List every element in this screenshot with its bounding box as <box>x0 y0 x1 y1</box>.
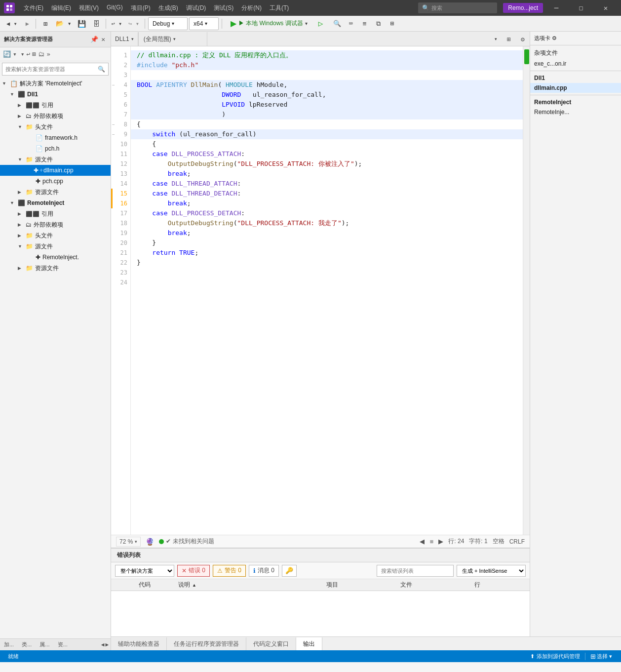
bottom-tab-accessibility[interactable]: 辅助功能检查器 <box>111 637 167 650</box>
bottom-tab-tasks[interactable]: 任务运行程序资源管理器 <box>167 637 246 650</box>
sidebar-bottom-tab1[interactable]: 加... <box>0 641 18 648</box>
tab-nav-dropdown2[interactable]: ▾ <box>207 32 502 46</box>
tab-icon-split[interactable]: ⊞ <box>502 32 516 46</box>
zoom-control[interactable]: 72 % ▾ <box>116 537 141 547</box>
sidebar-search[interactable]: 🔍 <box>2 63 109 76</box>
menu-analyze[interactable]: 分析(N) <box>237 1 266 15</box>
nav-left[interactable]: ◀ <box>420 538 425 545</box>
code-content[interactable]: // dllmain.cpp : 定义 DLL 应用程序的入口点。 #inclu… <box>131 46 523 535</box>
title-search[interactable]: 🔍 搜索 <box>418 2 497 13</box>
sidebar-scroll-right[interactable]: ▶ <box>105 641 109 648</box>
run-debugger-btn[interactable]: ▶ ▶ 本地 Windows 调试器 ▾ <box>225 17 313 30</box>
tree-extern2[interactable]: ▶ 🗂 外部依赖项 <box>0 219 111 230</box>
sidebar-bottom-tab3[interactable]: 属... <box>36 641 53 648</box>
open-btn[interactable]: 📂 ▾ <box>53 17 74 30</box>
error-filter-dropdown[interactable]: 整个解决方案 <box>115 565 174 577</box>
magic-icon[interactable]: 🔮 <box>146 538 154 546</box>
bottom-tab-codedef[interactable]: 代码定义窗口 <box>246 637 296 650</box>
sidebar-search-input[interactable] <box>5 66 96 72</box>
tree-remote-inject[interactable]: ▼ ⬛ RemoteInject <box>0 198 111 208</box>
col-project[interactable]: 项目 <box>322 581 396 589</box>
undo-btn[interactable]: ↩ ▾ <box>109 17 125 30</box>
tree-sources2[interactable]: ▼ 📁 源文件 <box>0 241 111 252</box>
tree-res2[interactable]: ▶ 📁 资源文件 <box>0 263 111 274</box>
right-panel-dllmain[interactable]: dllmain.cpp <box>530 83 621 93</box>
extra-btn1[interactable]: ⌨ <box>345 17 357 30</box>
bottom-tab-output[interactable]: 输出 <box>296 637 322 650</box>
window-maximize[interactable]: □ <box>570 0 592 16</box>
tree-extern1[interactable]: ▶ 🗂 外部依赖项 <box>0 111 111 121</box>
debug-config-dropdown[interactable]: Debug▾ <box>148 17 188 30</box>
error-search-input[interactable] <box>377 565 454 577</box>
menu-file[interactable]: 文件(E) <box>20 1 47 15</box>
tree-framework-h[interactable]: 📄 framework.h <box>0 132 111 143</box>
sidebar-tool-btn5[interactable]: 🗂 <box>38 50 44 58</box>
tree-ref2[interactable]: ▶ ⬛⬛ 引用 <box>0 208 111 219</box>
col-line[interactable]: 行 <box>470 581 500 589</box>
nav-center-dot[interactable]: ■ <box>429 538 433 545</box>
nav-right[interactable]: ▶ <box>438 538 443 545</box>
sidebar-bottom-tab2[interactable]: 类... <box>18 641 36 648</box>
back-btn[interactable]: ◀ ▾ <box>3 17 21 30</box>
sidebar-close-btn[interactable]: ✕ <box>100 36 107 43</box>
vertical-scrollbar[interactable] <box>523 46 530 535</box>
window-close[interactable]: ✕ <box>594 0 617 16</box>
sidebar-bottom-tab4[interactable]: 资... <box>54 641 72 648</box>
sidebar-tool-btn2[interactable]: ▾ ▾ <box>13 50 24 58</box>
tree-sources1[interactable]: ▼ 📁 源文件 <box>0 154 111 165</box>
sidebar-scroll-left[interactable]: ◀ <box>101 641 105 648</box>
extra-btn2[interactable]: ≡ <box>358 17 371 30</box>
tree-pch-h[interactable]: 📄 pch.h <box>0 143 111 154</box>
menu-edit[interactable]: 编辑(E) <box>47 1 75 15</box>
menu-tools[interactable]: 工具(T) <box>266 1 293 15</box>
filter-icon-btn[interactable]: 🔑 <box>282 565 297 577</box>
sidebar-tool-btn3[interactable]: ↩ <box>26 50 30 58</box>
tree-res1[interactable]: ▶ 📁 资源文件 <box>0 187 111 198</box>
window-minimize[interactable]: ─ <box>545 0 568 16</box>
new-file-btn[interactable]: ⊞ <box>39 17 52 30</box>
menu-test[interactable]: 测试(S) <box>210 1 237 15</box>
menu-build[interactable]: 生成(B) <box>155 1 182 15</box>
tab-icon-settings[interactable]: ⚙ <box>516 32 530 46</box>
line-num-15: 15 <box>111 189 130 198</box>
platform-dropdown[interactable]: x64▾ <box>189 17 219 30</box>
forward-btn[interactable]: ▶ <box>22 17 33 30</box>
tree-pch-cpp[interactable]: ✚ pch.cpp <box>0 176 111 187</box>
sidebar-tool-btn4[interactable]: ⊞ <box>32 50 36 58</box>
extra-btn4[interactable]: ⊞ <box>386 17 399 30</box>
sidebar-pin-btn[interactable]: 📌 <box>89 36 100 43</box>
tree-ref1[interactable]: ▶ ⬛⬛ 引用 <box>0 100 111 111</box>
right-panel-exe[interactable]: exe_c...on.ir <box>530 59 621 69</box>
status-add-source[interactable]: ⬆ 添加到源代码管理 <box>525 653 585 660</box>
col-code[interactable]: 代码 <box>135 581 174 589</box>
menu-git[interactable]: Git(G) <box>103 1 127 15</box>
warnings-button[interactable]: ⚠ 警告 0 <box>213 565 246 577</box>
save-btn[interactable]: 💾 <box>76 17 88 30</box>
errors-button[interactable]: ✕ 错误 0 <box>177 565 210 577</box>
find-btn[interactable]: 🔍 <box>331 17 344 30</box>
status-select[interactable]: ⊞ 选择 ▾ <box>585 653 617 660</box>
messages-button[interactable]: ℹ 消息 0 <box>249 565 279 577</box>
tree-solution[interactable]: ▼ 📋 解决方案 'RemoteInject' <box>0 78 111 89</box>
right-panel-remote-cpp[interactable]: RemoteInje... <box>530 107 621 117</box>
tree-headers2[interactable]: ▶ 📁 头文件 <box>0 230 111 241</box>
tree-remote-file[interactable]: ✚ RemoteInject. <box>0 252 111 263</box>
run-btn2[interactable]: ▷ <box>314 17 327 30</box>
sidebar-tool-btn1[interactable]: 🔄 <box>3 50 11 58</box>
tree-dll1[interactable]: ▼ ⬛ Dll1 <box>0 89 111 100</box>
tab-scope-dropdown[interactable]: (全局范围)▾ <box>138 32 207 46</box>
menu-view[interactable]: 视图(V) <box>75 1 103 15</box>
col-desc[interactable]: 说明 ▲ <box>174 581 322 589</box>
redo-btn[interactable]: ↪ ▾ <box>126 17 142 30</box>
extra-btn3[interactable]: ⧉ <box>372 17 385 30</box>
sidebar-tool-btn6[interactable]: » <box>46 50 50 58</box>
menu-debug[interactable]: 调试(D) <box>182 1 210 15</box>
tab-dll1-dropdown[interactable]: DLL1▾ <box>111 32 138 46</box>
save-all-btn[interactable]: 🗄 <box>90 17 103 30</box>
tree-headers1[interactable]: ▼ 📁 头文件 <box>0 121 111 132</box>
tree-dllmain-cpp[interactable]: ✚ + dllmain.cpp <box>0 165 111 176</box>
menu-project[interactable]: 项目(P) <box>127 1 155 15</box>
intellisense-filter[interactable]: 生成 + IntelliSense <box>457 565 526 577</box>
right-panel-misc[interactable]: 杂项文件 <box>530 47 621 59</box>
col-file[interactable]: 文件 <box>396 581 470 589</box>
